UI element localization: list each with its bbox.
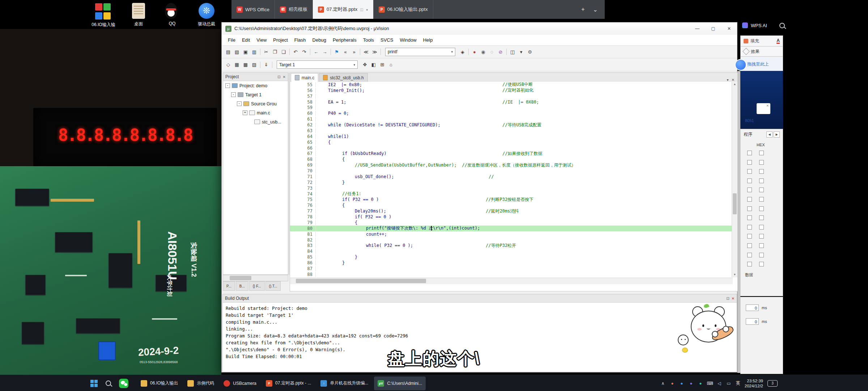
checkbox[interactable] [759,253,764,257]
wps-document-tab[interactable]: 稻 稻壳模板 [275,0,313,19]
checkbox[interactable] [759,215,764,220]
close-panel-icon[interactable]: ✕ [732,297,735,300]
bookmark-icon[interactable]: ⚑ [332,48,341,56]
menu-item[interactable]: Tools [360,37,377,43]
close-panel-icon[interactable]: ✕ [283,75,286,79]
code-line[interactable]: 67 if (bUsbOutReady) //如果接收到了数据 [290,151,733,157]
toolbar-icon[interactable] [260,62,260,68]
wps-document-tab[interactable]: W WPS Office [231,0,275,19]
code-line[interactable]: 58 EA = 1; //IE |= 0X80; [290,99,733,105]
tree-expander-icon[interactable]: - [225,83,230,88]
checkbox[interactable] [747,262,752,266]
editor-vscrollbar[interactable]: ▲ ▼ [732,82,737,277]
combo-caret-icon[interactable]: ▾ [451,50,453,54]
project-hscrollbar[interactable] [223,275,288,281]
toolbar-icon[interactable] [360,49,360,55]
checkbox[interactable] [759,160,764,165]
copy-icon[interactable]: ❐ [271,48,279,56]
circular-app-icon[interactable] [735,59,746,71]
menu-item[interactable]: Project [270,37,291,43]
minimize-button[interactable]: — [689,23,705,35]
code-line[interactable]: 62 while (DeviceState != DEVSTATE_CONFIG… [290,122,733,128]
checkbox[interactable] [759,234,764,239]
wechat-icon[interactable] [119,379,128,388]
toolbar-icon[interactable] [468,49,469,55]
tree-item[interactable]: - Target 1 [223,90,288,99]
breakpoint-icon[interactable]: ● [470,48,479,56]
menu-item[interactable]: SVCS [377,37,396,43]
code-line[interactable]: 81 count++; [290,231,733,237]
tab-close-icon[interactable]: ✕ [732,78,735,82]
build-icon[interactable]: ▦ [233,61,241,69]
window-layout-icon[interactable]: ◫ [508,48,517,56]
nav-back-icon[interactable]: ← [312,48,320,56]
desktop-icon-driver[interactable]: ❊ 驱动总裁 [189,3,224,27]
paste-icon[interactable]: ❑ [279,48,288,56]
tab-list-caret-icon[interactable]: ⌄ [589,6,601,13]
checkbox[interactable] [759,169,764,174]
taskbar-mcu-tool[interactable]: ↑ 单片机在线升级编... [317,377,372,390]
prev-bookmark-icon[interactable]: « [341,48,350,56]
checkbox[interactable] [759,262,764,266]
find-combo[interactable]: printf ▾ [385,48,455,56]
effect-label[interactable]: 效果 [751,49,760,55]
code-area[interactable]: 55 IE2 |= 0x80; //使能USB中断 56 Timer0_Init… [290,82,733,277]
open-file-icon[interactable]: ▧ [233,48,241,56]
enable-breakpoint-icon[interactable]: ◉ [479,48,488,56]
scroll-down-icon[interactable]: ▼ [732,272,737,277]
project-panel-header[interactable]: Project ⊡ ✕ [223,73,288,81]
target-combo[interactable]: Target 1 ▾ [277,60,358,69]
toolbar-icon[interactable] [260,49,260,55]
next-bookmark-icon[interactable]: » [350,48,358,56]
code-line[interactable]: 63 [290,128,733,134]
tray-icon[interactable]: ● [698,381,703,386]
tray-icon[interactable]: ▭ [726,381,732,386]
cut-icon[interactable]: ✂ [262,48,271,56]
hscroll-thumb[interactable] [296,279,426,283]
editor-hscrollbar[interactable] [290,278,733,284]
code-line[interactable]: 57 [290,93,733,99]
window-title-bar[interactable]: µ C:\Users\Administrator\Desktop\07.定时器\… [222,22,737,35]
font-color-icon[interactable]: A [776,38,780,44]
checkbox[interactable] [747,188,752,192]
checkbox[interactable] [759,243,764,248]
find-in-files-icon[interactable]: ◈ [458,48,467,56]
taskbar-folder-samples[interactable]: 示例代码 [184,377,218,390]
code-line[interactable]: 70 [290,168,733,174]
mini-floating-window[interactable]: ✕ [757,103,770,114]
checkbox[interactable] [747,253,752,257]
close-button[interactable]: ✕ [721,23,737,35]
menu-item[interactable]: Help [420,37,436,43]
tab-scroll-icon[interactable]: ▾ [727,78,729,82]
code-line[interactable]: 85 } [290,254,733,260]
code-line[interactable]: 79 { [290,220,733,226]
indent-icon[interactable]: ≫ [370,48,379,56]
toolbar-icon[interactable] [289,49,290,55]
page-prev-icon[interactable]: ◀ [766,131,773,138]
code-line[interactable]: 75 if( P32 == 0 ) //判断P32按钮是否按下 [290,197,733,203]
desktop-icon-06io[interactable]: 06.IO输入输 [86,3,121,28]
panel-mini-tab[interactable]: ().T... [265,281,281,291]
wps-document-tab[interactable]: P 06.IO输入输出.pptx [374,0,433,19]
page-next-icon[interactable]: ▶ [774,131,780,138]
scroll-up-icon[interactable]: ▲ [732,82,737,87]
download-flash-icon[interactable]: ⇓ [262,61,271,69]
rebuild-icon[interactable]: ▩ [241,61,250,69]
file-extensions-icon[interactable]: ◧ [369,61,378,69]
checkbox[interactable] [759,197,764,202]
checkbox[interactable] [759,206,764,211]
checkbox[interactable] [759,188,764,192]
mini-close-icon[interactable]: ✕ [766,104,769,108]
tree-item[interactable]: + main.c [223,108,288,117]
wps-ai-label[interactable]: WPS AI [751,23,767,28]
taskbar-uvision[interactable]: µV C:\Users\Admini... [374,377,426,390]
tree-expander-icon[interactable]: + [243,110,247,115]
configure-icon[interactable]: ⚙ [526,48,534,56]
notification-badge[interactable]: 3 [767,380,778,387]
maximize-button[interactable]: ▢ [705,23,721,35]
checkbox[interactable] [747,169,752,174]
search-icon[interactable] [779,23,785,28]
taskbar-ppt[interactable]: P 07.定时器.pptx - ... [262,377,315,390]
toolbar-icon[interactable] [331,49,331,55]
tray-icon[interactable]: ● [679,381,685,386]
